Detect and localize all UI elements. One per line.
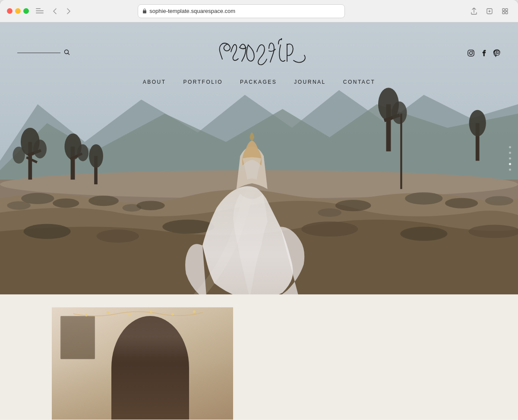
svg-rect-49	[468, 50, 474, 56]
svg-point-20	[77, 144, 88, 161]
scroll-dots	[509, 146, 511, 171]
svg-point-46	[468, 225, 518, 238]
site-logo-text	[17, 35, 501, 72]
scroll-dot-3[interactable]	[509, 158, 511, 160]
nav-portfolio[interactable]: PORTFOLIO	[183, 79, 223, 85]
site-nav: ABOUT PORTFOLIO PACKAGES JOURNAL CONTACT	[17, 79, 501, 85]
svg-point-24	[53, 199, 79, 208]
hero-section: ABOUT PORTFOLIO PACKAGES JOURNAL CONTACT	[0, 22, 518, 294]
back-button[interactable]	[49, 5, 61, 17]
svg-rect-2	[502, 9, 505, 11]
pinterest-icon[interactable]	[493, 49, 501, 59]
svg-point-28	[136, 201, 164, 210]
portrait-image	[52, 307, 233, 420]
svg-point-37	[445, 198, 478, 208]
search-bar[interactable]	[17, 49, 70, 57]
search-line	[17, 53, 60, 53]
social-icons	[467, 49, 501, 59]
svg-point-41	[24, 224, 71, 239]
scroll-dot-4[interactable]	[509, 163, 511, 165]
svg-point-16	[13, 147, 25, 164]
svg-point-36	[405, 193, 442, 205]
nav-contact[interactable]: CONTACT	[343, 79, 376, 85]
svg-point-14	[33, 139, 47, 158]
svg-rect-5	[505, 12, 508, 14]
svg-point-45	[400, 227, 447, 241]
sidebar-toggle-icon[interactable]	[36, 8, 44, 14]
maximize-button[interactable]	[23, 8, 29, 14]
url-text: sophie-template.squarespace.com	[149, 8, 235, 14]
browser-toolbar: sophie-template.squarespace.com	[0, 0, 518, 22]
svg-point-51	[472, 51, 473, 52]
bottom-section	[0, 294, 518, 420]
browser-window: sophie-template.squarespace.com	[0, 0, 518, 420]
svg-point-43	[162, 220, 214, 234]
svg-rect-35	[400, 114, 402, 189]
tab-overview-button[interactable]	[499, 5, 511, 17]
svg-point-22	[89, 144, 103, 168]
nav-about[interactable]: ABOUT	[143, 79, 166, 85]
scroll-dot-2[interactable]	[509, 152, 511, 154]
traffic-lights	[7, 8, 29, 14]
toolbar-actions	[468, 5, 511, 17]
forward-button[interactable]	[63, 5, 75, 17]
nav-journal[interactable]: JOURNAL	[294, 79, 326, 85]
svg-point-34	[469, 110, 486, 136]
share-button[interactable]	[468, 5, 480, 17]
new-tab-button[interactable]	[483, 5, 496, 17]
svg-point-32	[392, 101, 407, 124]
minimize-button[interactable]	[15, 8, 21, 14]
address-bar[interactable]: sophie-template.squarespace.com	[138, 4, 345, 18]
site-logo[interactable]	[17, 35, 501, 72]
svg-point-42	[97, 230, 139, 243]
scroll-dot-1[interactable]	[509, 146, 511, 148]
svg-point-26	[88, 196, 119, 206]
svg-rect-4	[502, 12, 505, 14]
search-icon[interactable]	[64, 49, 70, 57]
facebook-icon[interactable]	[480, 49, 488, 59]
svg-point-38	[485, 196, 513, 205]
nav-buttons	[49, 5, 75, 17]
svg-point-44	[301, 221, 358, 237]
svg-point-40	[318, 208, 341, 217]
instagram-icon[interactable]	[467, 49, 475, 59]
svg-point-50	[470, 52, 473, 55]
svg-point-48	[281, 38, 282, 40]
svg-rect-0	[143, 10, 146, 13]
svg-point-25	[7, 201, 31, 210]
scroll-dot-5[interactable]	[509, 169, 511, 171]
website-content: ABOUT PORTFOLIO PACKAGES JOURNAL CONTACT	[0, 22, 518, 420]
svg-point-39	[335, 200, 371, 211]
portrait-overlay	[52, 307, 233, 420]
lock-icon	[142, 8, 147, 14]
site-header: ABOUT PORTFOLIO PACKAGES JOURNAL CONTACT	[0, 22, 518, 85]
nav-packages[interactable]: PACKAGES	[240, 79, 277, 85]
close-button[interactable]	[7, 8, 13, 14]
svg-rect-3	[505, 9, 508, 11]
